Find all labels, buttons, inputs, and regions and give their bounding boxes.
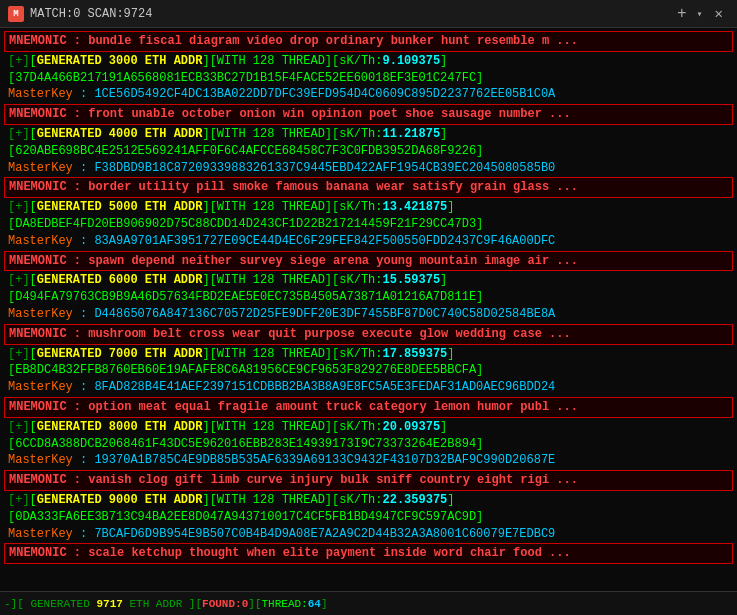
masterkey-line: MasterKey : 1CE56D5492CF4DC13BA022DD7DFC… [4,86,733,103]
title-text: MATCH:0 SCAN:9724 [30,7,667,21]
addr-line: [620ABE698BC4E2512E569241AFF0F6C4AFCCE68… [4,143,733,160]
status-thread-bracket: ][ [248,598,261,610]
masterkey-line: MasterKey : 8FAD828B4E41AEF2397151CDBBB2… [4,379,733,396]
addr-line: [EB8DC4B32FFB8760EB60E19AFAFE8C6A81956CE… [4,362,733,379]
tab-dropdown-button[interactable]: ▾ [697,8,703,20]
addr-line: [37D4A466B217191A6568081ECB33BC27D1B15F4… [4,70,733,87]
masterkey-line: MasterKey : D44865076A847136C70572D25FE9… [4,306,733,323]
status-thread-value: 64 [308,598,321,610]
mnemonic-line: MNEMONIC : spawn depend neither survey s… [4,251,733,272]
generated-line: [+][GENERATED 9000 ETH ADDR][WITH 128 TH… [4,492,733,509]
status-generated-label: GENERATED [24,598,97,610]
masterkey-line: MasterKey : F38DBD9B18C87209339883261337… [4,160,733,177]
status-bar: -][ GENERATED 9717 ETH ADDR ][FOUND:0][T… [0,591,737,615]
generated-line: [+][GENERATED 3000 ETH ADDR][WITH 128 TH… [4,53,733,70]
mnemonic-line: MNEMONIC : front unable october onion wi… [4,104,733,125]
status-thread-label: THREAD: [261,598,307,610]
mnemonic-line: MNEMONIC : scale ketchup thought when el… [4,543,733,564]
app-icon: M [8,6,24,22]
addr-line: [DA8EDBEF4FD20EB906902D75C88CDD14D243CF1… [4,216,733,233]
mnemonic-line: MNEMONIC : option meat equal fragile amo… [4,397,733,418]
mnemonic-line: MNEMONIC : vanish clog gift limb curve i… [4,470,733,491]
mnemonic-line: MNEMONIC : border utility pill smoke fam… [4,177,733,198]
title-bar: M MATCH:0 SCAN:9724 + ▾ ✕ [0,0,737,28]
masterkey-line: MasterKey : 19370A1B785C4E9DB85B535AF633… [4,452,733,469]
generated-line: [+][GENERATED 6000 ETH ADDR][WITH 128 TH… [4,272,733,289]
close-button[interactable]: ✕ [709,3,729,24]
status-end-bracket: ] [321,598,328,610]
masterkey-line: MasterKey : 83A9A9701AF3951727E09CE44D4E… [4,233,733,250]
status-found-label: FOUND: [202,598,242,610]
masterkey-line: MasterKey : 7BCAFD6D9B954E9B507C0B4B4D9A… [4,526,733,543]
mnemonic-line: MNEMONIC : bundle fiscal diagram video d… [4,31,733,52]
generated-line: [+][GENERATED 7000 ETH ADDR][WITH 128 TH… [4,346,733,363]
new-tab-button[interactable]: + [673,3,691,25]
addr-line: [6CCD8A388DCB2068461F43DC5E962016EBB283E… [4,436,733,453]
status-text: -][ GENERATED 9717 ETH ADDR ][FOUND:0][T… [4,598,328,610]
generated-line: [+][GENERATED 8000 ETH ADDR][WITH 128 TH… [4,419,733,436]
addr-line: [0DA333FA6EE3B713C94BA2EE8D047A943710017… [4,509,733,526]
addr-line: [D494FA79763CB9B9A46D57634FBD2EAE5E0EC73… [4,289,733,306]
terminal-content: MNEMONIC : bundle fiscal diagram video d… [0,28,737,591]
status-scan-value: 9717 [96,598,122,610]
status-prefix: -][ [4,598,24,610]
status-eth-label: ETH ADDR [123,598,189,610]
mnemonic-line: MNEMONIC : mushroom belt cross wear quit… [4,324,733,345]
generated-line: [+][GENERATED 4000 ETH ADDR][WITH 128 TH… [4,126,733,143]
generated-line: [+][GENERATED 5000 ETH ADDR][WITH 128 TH… [4,199,733,216]
status-found-bracket: ][ [189,598,202,610]
